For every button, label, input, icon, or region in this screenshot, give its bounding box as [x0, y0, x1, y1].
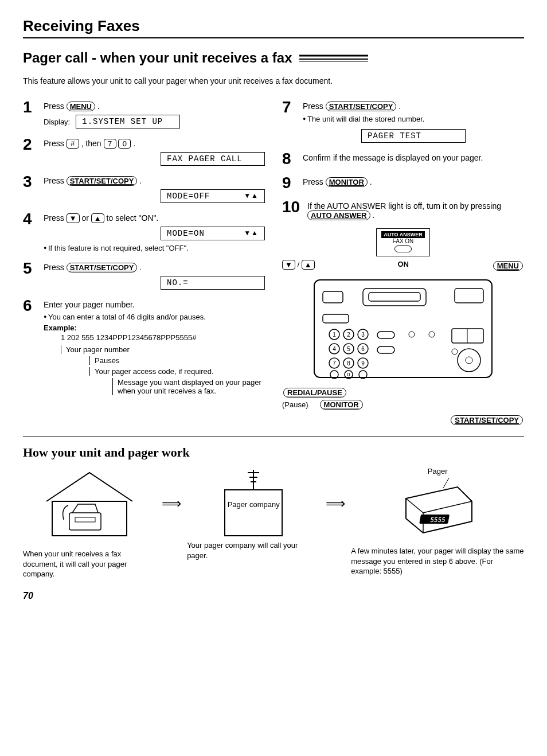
- svg-text:4: 4: [333, 346, 336, 352]
- pause-label: (Pause): [282, 400, 308, 409]
- step-number: 8: [282, 151, 303, 167]
- monitor-button[interactable]: MONITOR: [326, 177, 368, 187]
- flow-caption-1: When your unit receives a fax document, …: [23, 549, 156, 579]
- svg-rect-7: [323, 291, 343, 303]
- svg-rect-42: [75, 517, 95, 522]
- section-title: Receiving Faxes: [23, 17, 524, 35]
- svg-rect-5: [369, 293, 420, 301]
- step3-text-b: .: [139, 176, 142, 185]
- page-number: 70: [23, 591, 524, 601]
- annotation-pauses: Pauses: [89, 356, 265, 365]
- step-number: 6: [23, 298, 44, 314]
- step8-text: Confirm if the message is displayed on y…: [303, 153, 483, 162]
- step4-text-a: Press: [44, 213, 67, 223]
- display-box-3: MODE=OFF▼▲: [161, 189, 265, 203]
- step-6: 6 Enter your pager number. You can enter…: [23, 298, 265, 395]
- step-number: 3: [23, 174, 44, 190]
- step-9: 9 Press MONITOR .: [282, 175, 524, 191]
- svg-text:1: 1: [333, 332, 336, 338]
- seven-key[interactable]: 7: [104, 139, 116, 149]
- step-number: 10: [282, 199, 307, 215]
- start-set-copy-button[interactable]: START/SET/COPY: [67, 176, 138, 186]
- svg-rect-32: [377, 346, 394, 353]
- display-box-7: PAGER TEST: [361, 129, 466, 143]
- on-label: ON: [397, 260, 409, 272]
- step-number: 4: [23, 211, 44, 227]
- step7-note: The unit will dial the stored number.: [303, 115, 524, 123]
- step10-text-a: If the AUTO ANSWER light is off, turn it…: [307, 201, 501, 211]
- step3-text-a: Press: [44, 176, 67, 185]
- annotation-message: Message you want displayed on your pager…: [112, 378, 265, 395]
- example-label: Example:: [44, 324, 265, 332]
- up-key[interactable]: ▲: [91, 213, 104, 223]
- step-number: 2: [23, 137, 44, 153]
- start-set-copy-callout: START/SET/COPY: [451, 415, 523, 425]
- redial-pause-callout: REDIAL/PAUSE: [283, 388, 346, 398]
- page-subtitle: Pager call - when your unit receives a f…: [23, 50, 292, 66]
- svg-rect-4: [363, 289, 426, 306]
- how-title: How your unit and pager work: [23, 445, 524, 460]
- svg-text:3: 3: [361, 332, 365, 338]
- display-label: Display:: [44, 118, 70, 126]
- divider: [23, 437, 524, 437]
- step-8: 8 Confirm if the message is displayed on…: [282, 151, 524, 167]
- annotation-access-code: Your pager access code, if required.: [89, 367, 265, 376]
- pager-icon: 5555: [394, 476, 480, 539]
- pager-label: Pager: [351, 467, 524, 476]
- fax-device-icon: 1 2 3 4 5 6 7 8 9 0: [311, 274, 495, 383]
- step-number: 9: [282, 175, 303, 191]
- step2-text-a: Press: [44, 139, 67, 148]
- svg-rect-31: [377, 332, 394, 338]
- start-set-copy-button[interactable]: START/SET/COPY: [326, 102, 397, 111]
- step5-text-a: Press: [44, 263, 67, 272]
- up-key[interactable]: ▲: [302, 260, 315, 270]
- svg-text:5555: 5555: [429, 516, 446, 524]
- svg-text:5: 5: [347, 346, 350, 352]
- step-number: 7: [282, 99, 303, 115]
- svg-text:9: 9: [361, 360, 365, 367]
- step-7: 7 Press START/SET/COPY . The unit will d…: [282, 99, 524, 143]
- display-box-4: MODE=ON▼▲: [161, 227, 265, 240]
- svg-rect-8: [323, 314, 349, 323]
- left-column: 1 Press MENU . Display: 1.SYSTEM SET UP …: [23, 99, 265, 426]
- flow-caption-2: Your pager company will call your pager.: [187, 540, 320, 560]
- svg-rect-47: [225, 490, 282, 536]
- svg-point-33: [409, 332, 415, 337]
- house-fax-icon: [41, 467, 138, 541]
- svg-text:0: 0: [347, 372, 350, 377]
- display-box-1: 1.SYSTEM SET UP: [76, 115, 180, 128]
- step4-note: If this feature is not required, select …: [44, 244, 265, 252]
- step-3: 3 Press START/SET/COPY . MODE=OFF▼▲: [23, 174, 265, 203]
- hash-key[interactable]: #: [67, 139, 79, 149]
- arrow-icon: ⟹: [326, 467, 345, 512]
- step4-text-b: or: [81, 213, 91, 223]
- step7-text-a: Press: [303, 102, 326, 111]
- right-column: 7 Press START/SET/COPY . The unit will d…: [282, 99, 524, 426]
- step-4: 4 Press ▼ or ▲ to select "ON". MODE=ON▼▲…: [23, 211, 265, 252]
- step6-note: You can enter a total of 46 digits and/o…: [44, 313, 265, 321]
- device-diagram: AUTO ANSWER FAX ON ▼ / ▲ ON MENU: [282, 228, 524, 426]
- step10-text-b: .: [372, 211, 374, 220]
- step9-text-a: Press: [303, 177, 326, 186]
- step5-text-b: .: [139, 263, 142, 272]
- auto-answer-button[interactable]: AUTO ANSWER: [307, 211, 370, 220]
- step1-text-b: .: [97, 102, 100, 111]
- step-number: 1: [23, 99, 44, 115]
- svg-text:2: 2: [347, 332, 350, 338]
- start-set-copy-button[interactable]: START/SET/COPY: [67, 263, 138, 272]
- down-key[interactable]: ▼: [67, 213, 80, 223]
- svg-line-48: [443, 478, 449, 488]
- step7-text-b: .: [398, 102, 401, 111]
- pager-company-label: Pager company: [187, 500, 320, 509]
- flow-diagram: When your unit receives a fax document, …: [23, 467, 524, 579]
- down-key[interactable]: ▼: [282, 260, 295, 270]
- svg-text:6: 6: [361, 346, 365, 352]
- menu-button[interactable]: MENU: [67, 102, 95, 111]
- zero-key[interactable]: 0: [118, 139, 131, 149]
- svg-point-37: [452, 349, 458, 354]
- step2-text-c: .: [133, 139, 135, 148]
- example-string: 1 202 555 1234PPP12345678PPP5555#: [61, 333, 265, 342]
- subtitle-row: Pager call - when your unit receives a f…: [23, 50, 524, 66]
- decor-lines-icon: [299, 53, 368, 63]
- step-2: 2 Press # , then 7 0 . FAX PAGER CALL: [23, 137, 265, 166]
